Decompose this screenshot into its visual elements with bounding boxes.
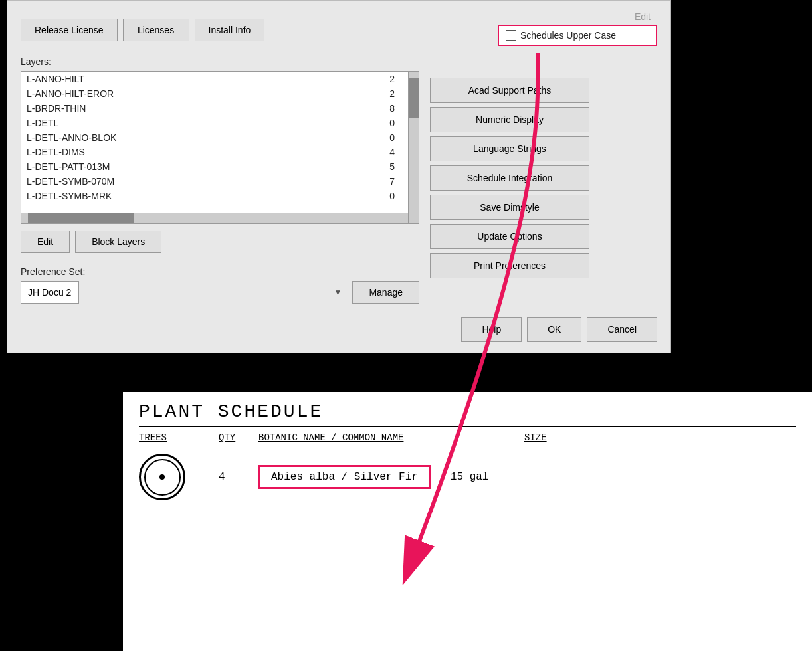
table-row[interactable]: L-DETL-DIMS4	[21, 145, 408, 159]
layers-label: Layers:	[21, 56, 419, 67]
schedules-upper-case-checkbox[interactable]	[506, 30, 516, 41]
preference-set-select[interactable]: JH Docu 2	[21, 281, 79, 304]
block-layers-button[interactable]: Block Layers	[75, 231, 161, 253]
layers-scrollbar-thumb	[409, 78, 419, 118]
tree-icon	[139, 454, 185, 500]
print-preferences-button[interactable]: Print Preferences	[430, 253, 589, 278]
schedules-upper-case-row: Schedules Upper Case	[498, 25, 657, 46]
layers-hscrollbar-thumb	[28, 213, 134, 223]
edit-button[interactable]: Edit	[21, 231, 70, 253]
table-row[interactable]: L-DETL0	[21, 116, 408, 130]
save-dimstyle-button[interactable]: Save Dimstyle	[430, 195, 589, 220]
language-strings-button[interactable]: Language Strings	[430, 136, 589, 161]
bottom-section: PLANT SCHEDULE TREES QTY BOTANIC NAME / …	[0, 392, 812, 651]
help-button[interactable]: Help	[461, 317, 522, 342]
plant-schedule-title: PLANT SCHEDULE	[123, 392, 812, 426]
table-row[interactable]: L-ANNO-HILT-EROR2	[21, 86, 408, 101]
row-size: 15 gal	[431, 471, 489, 483]
plant-schedule-area: PLANT SCHEDULE TREES QTY BOTANIC NAME / …	[123, 392, 812, 651]
tree-dot	[159, 474, 165, 480]
table-row[interactable]: L-DETL-PATT-013M5	[21, 159, 408, 174]
col-qty-header: QTY	[219, 432, 258, 443]
licenses-button[interactable]: Licenses	[123, 19, 189, 41]
row-qty: 4	[219, 471, 258, 483]
schedule-data-row: 4 Abies alba / Silver Fir 15 gal	[123, 448, 812, 500]
update-options-button[interactable]: Update Options	[430, 224, 589, 249]
table-row[interactable]: L-BRDR-THIN8	[21, 101, 408, 116]
main-dialog: Release License Licenses Install Info Ed…	[7, 0, 671, 353]
schedules-upper-case-label: Schedules Upper Case	[520, 30, 616, 41]
layers-table: L-ANNO-HILT2L-ANNO-HILT-EROR2L-BRDR-THIN…	[21, 72, 408, 203]
table-row[interactable]: L-ANNO-HILT2	[21, 72, 408, 86]
schedule-header: TREES QTY BOTANIC NAME / COMMON NAME SIZ…	[123, 427, 812, 448]
layers-hscrollbar[interactable]	[21, 213, 408, 223]
row-name-highlighted: Abies alba / Silver Fir	[258, 465, 431, 489]
table-row[interactable]: L-DETL-SYMB-MRK0	[21, 189, 408, 203]
install-info-button[interactable]: Install Info	[195, 19, 265, 41]
col-size-header: SIZE	[524, 432, 547, 443]
layers-scrollbar[interactable]	[408, 72, 419, 223]
preference-set-label: Preference Set:	[21, 266, 419, 277]
tree-icon-cell	[139, 454, 219, 500]
release-license-button[interactable]: Release License	[21, 19, 118, 41]
edit-label: Edit	[635, 11, 651, 22]
manage-button[interactable]: Manage	[352, 281, 419, 304]
table-row[interactable]: L-DETL-SYMB-070M7	[21, 174, 408, 189]
schedule-integration-button[interactable]: Schedule Integration	[430, 165, 589, 191]
ok-button[interactable]: OK	[527, 317, 581, 342]
cancel-button[interactable]: Cancel	[587, 317, 657, 342]
tree-icon-inner	[144, 459, 181, 496]
numeric-display-button[interactable]: Numeric Display	[430, 107, 589, 132]
acad-support-paths-button[interactable]: Acad Support Paths	[430, 78, 589, 103]
table-row[interactable]: L-DETL-ANNO-BLOK0	[21, 130, 408, 145]
col-trees-header: TREES	[139, 432, 219, 443]
col-botanic-header: BOTANIC NAME / COMMON NAME	[258, 432, 524, 443]
